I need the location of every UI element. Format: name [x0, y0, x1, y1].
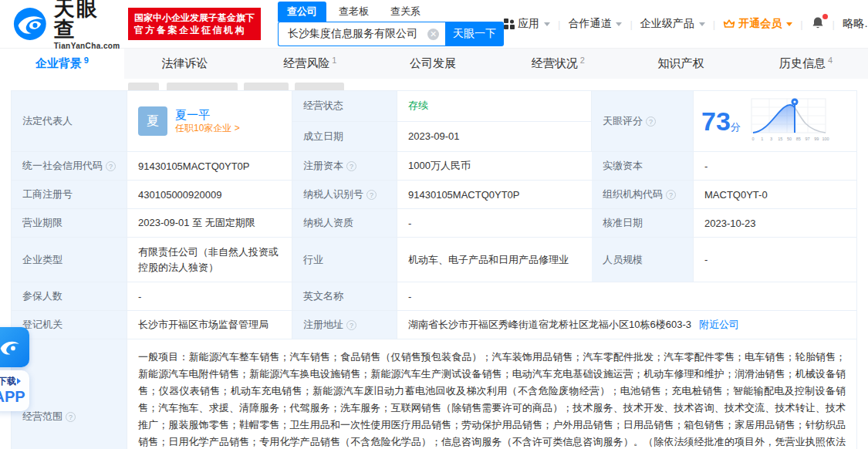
app-label: APP	[0, 388, 26, 405]
tab-count: 4	[828, 56, 833, 65]
status-value: 存续	[397, 91, 592, 122]
tab-label: 公司发展	[410, 56, 456, 71]
reg-address-label: 注册地址?	[292, 311, 397, 339]
paid-capital-value: -	[694, 152, 856, 181]
help-icon[interactable]: ?	[66, 412, 76, 422]
help-icon[interactable]: ?	[666, 190, 676, 200]
tab-label: 经营风险	[283, 56, 329, 71]
chevron-down-icon	[699, 22, 705, 26]
score-unit: 分	[731, 121, 741, 133]
search-tab-relation[interactable]: 查关系	[381, 2, 430, 22]
badge-line2: 官方备案企业征信机构	[134, 24, 255, 36]
divider: |	[558, 19, 560, 30]
tianyancha-eye-icon	[0, 334, 22, 360]
search-button[interactable]: 天眼一下	[445, 22, 504, 46]
top-nav: 应用 | 合作通道 | 企业级产品 | 开通会员 | | 略略…	[504, 16, 868, 32]
nav-vip[interactable]: 开通会员	[723, 17, 792, 31]
help-icon[interactable]: ?	[646, 116, 656, 127]
user-menu[interactable]: 略略…	[843, 17, 868, 31]
status-label: 经营状态	[292, 91, 397, 122]
search-tab-company[interactable]: 查公司	[278, 2, 326, 22]
tianyancha-logo[interactable]: 天眼查 TianYanCha.com	[12, 0, 120, 50]
reg-number-value: 430105000920009	[127, 181, 292, 209]
approval-date-value: 2023-10-23	[694, 209, 856, 238]
svg-text:85: 85	[796, 137, 801, 141]
nearby-companies-link[interactable]: 附近公司	[699, 318, 739, 332]
nav-enterprise[interactable]: 企业级产品	[640, 17, 705, 31]
app-download-button[interactable]: 下载 APP	[0, 370, 29, 411]
tab-operating-status[interactable]: 经营状况2	[496, 49, 620, 79]
chevron-down-icon	[616, 22, 622, 26]
company-info-table: 法定代表人 夏 夏一平 任职10家企业 > 经营状态 存续 天眼评分? 73分	[11, 90, 857, 449]
org-code-value: MACTQ0YT-0	[694, 181, 856, 209]
help-icon[interactable]: ?	[366, 190, 377, 200]
nav-partner[interactable]: 合作通道	[568, 17, 622, 31]
tab-count: 2	[580, 56, 585, 65]
clipped-row-remnant	[11, 79, 857, 90]
divider: |	[630, 19, 632, 30]
score-value[interactable]: 73分 013 155085 9799	[694, 91, 856, 152]
credit-code-value: 91430105MACTQ0YT0P	[127, 152, 292, 181]
score-number: 73	[701, 106, 731, 136]
search-area: 查公司 查老板 查关系 ✕ 天眼一下	[278, 2, 504, 46]
tab-label: 历史信息	[779, 56, 826, 71]
approval-date-label: 核准日期	[592, 209, 694, 238]
nav-apps-label: 应用	[518, 17, 539, 31]
divider: |	[833, 19, 835, 30]
nav-apps[interactable]: 应用	[504, 17, 550, 31]
svg-text:99: 99	[814, 137, 819, 141]
play-icon	[17, 378, 21, 384]
download-label: 下载	[0, 376, 16, 387]
divider: |	[800, 19, 802, 30]
tab-company-development[interactable]: 公司发展	[372, 49, 496, 79]
notifications-bell-icon[interactable]	[811, 16, 825, 32]
org-code-label: 组织机构代码?	[592, 181, 694, 209]
business-scope-value: 一般项目：新能源汽车整车销售；汽车销售；食品销售（仅销售预包装食品）；汽车装饰用…	[127, 339, 856, 449]
notification-dot	[822, 14, 828, 19]
tab-history-info[interactable]: 历史信息4	[744, 49, 868, 79]
clear-search-icon[interactable]: ✕	[427, 29, 439, 40]
staff-size-label: 人员规模	[592, 238, 694, 282]
reg-address-value: 湖南省长沙市开福区秀峰街道宿龙桥社区龙福小区10栋6楼603-3 附近公司	[397, 311, 856, 339]
tab-legal-proceedings[interactable]: 法律诉讼	[124, 49, 248, 79]
taxpayer-quality-value: -	[397, 209, 592, 238]
company-type-label: 企业类型	[12, 238, 127, 282]
top-header: 天眼查 TianYanCha.com 国家中小企业发展子基金旗下 官方备案企业征…	[0, 0, 868, 48]
help-icon[interactable]: ?	[346, 161, 356, 171]
score-label: 天眼评分?	[592, 91, 694, 152]
help-icon[interactable]: ?	[106, 161, 116, 171]
tab-company-background[interactable]: 企业背景9	[0, 49, 124, 79]
legal-rep-avatar[interactable]: 夏	[138, 106, 167, 136]
english-name-label: 英文名称	[292, 282, 397, 311]
divider: |	[713, 19, 715, 30]
svg-text:1: 1	[761, 137, 763, 141]
business-term-label: 营业期限	[12, 209, 127, 238]
est-date-value: 2023-09-01	[397, 122, 592, 153]
tab-label: 企业背景	[35, 56, 82, 71]
search-input[interactable]	[288, 28, 427, 40]
brand-name: 天眼查	[54, 0, 120, 40]
tab-count: 9	[84, 56, 89, 65]
username: 略略…	[843, 17, 868, 31]
help-icon[interactable]: ?	[346, 320, 356, 330]
company-section-tabs: 企业背景9 法律诉讼 经营风险1 公司发展 经营状况2 知识产权 历史信息4	[0, 48, 868, 79]
legal-rep-label: 法定代表人	[12, 91, 127, 152]
nav-enterprise-label: 企业级产品	[640, 17, 694, 31]
legal-rep-name-link[interactable]: 夏一平	[175, 107, 240, 123]
tab-operation-risk[interactable]: 经营风险1	[248, 49, 372, 79]
staff-size-value: -	[694, 238, 856, 282]
industry-label: 行业	[292, 238, 397, 282]
company-type-value: 有限责任公司（非自然人投资或控股的法人独资）	[127, 238, 292, 282]
app-download-widget[interactable]: 下载 APP	[0, 327, 31, 411]
search-tab-boss[interactable]: 查老板	[329, 2, 378, 22]
english-name-value: -	[397, 282, 856, 311]
svg-text:0: 0	[751, 137, 754, 141]
app-icon[interactable]	[0, 327, 29, 367]
legal-rep-companies-link[interactable]: 任职10家企业 >	[175, 122, 240, 135]
brand-domain: TianYanCha.com	[54, 42, 120, 50]
tab-intellectual-property[interactable]: 知识产权	[620, 49, 745, 79]
reg-capital-value: 1000万人民币	[397, 152, 592, 181]
gov-certification-badge: 国家中小企业发展子基金旗下 官方备案企业征信机构	[128, 8, 261, 40]
crown-icon	[723, 19, 735, 29]
reg-authority-value: 长沙市开福区市场监督管理局	[127, 311, 292, 339]
